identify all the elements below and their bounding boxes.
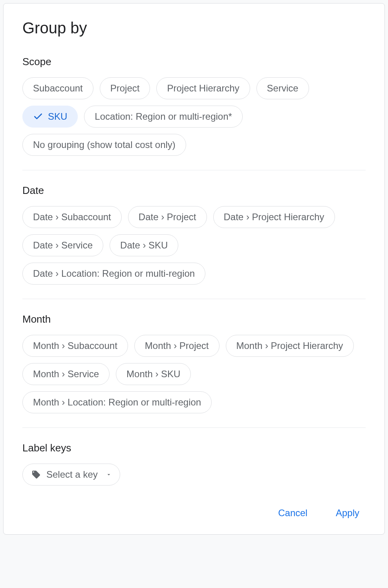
date-header: Date [22,184,366,197]
month-chip-container: Month › Subaccount Month › Project Month… [22,335,366,413]
dialog-title: Group by [22,19,366,37]
chip-sku[interactable]: SKU [22,106,78,128]
chip-label: Date › Project Hierarchy [224,212,324,223]
chip-date-sku[interactable]: Date › SKU [110,234,178,256]
chip-label: Month › Project Hierarchy [236,340,343,351]
chip-project[interactable]: Project [100,77,150,99]
scope-header: Scope [22,56,366,68]
chip-date-service[interactable]: Date › Service [22,234,103,256]
chip-service[interactable]: Service [256,77,309,99]
date-section: Date Date › Subaccount Date › Project Da… [22,184,366,285]
chip-month-sku[interactable]: Month › SKU [116,363,191,385]
chip-label: Month › SKU [126,369,180,380]
chip-label: Month › Service [33,369,99,380]
chip-date-location[interactable]: Date › Location: Region or multi-region [22,263,205,285]
divider [22,170,366,170]
chip-date-project-hierarchy[interactable]: Date › Project Hierarchy [213,206,335,228]
dialog-actions: Cancel Apply [22,504,366,522]
chip-month-project-hierarchy[interactable]: Month › Project Hierarchy [226,335,354,357]
chip-project-hierarchy[interactable]: Project Hierarchy [156,77,250,99]
date-chip-container: Date › Subaccount Date › Project Date › … [22,206,366,285]
chip-label: No grouping (show total cost only) [33,139,176,150]
chip-month-location[interactable]: Month › Location: Region or multi-region [22,391,212,413]
chip-location[interactable]: Location: Region or multi-region* [84,106,243,128]
chip-label: Date › Project [139,212,196,223]
chip-label: Date › Subaccount [33,212,111,223]
apply-button[interactable]: Apply [334,504,361,522]
chip-date-subaccount[interactable]: Date › Subaccount [22,206,122,228]
chip-no-grouping[interactable]: No grouping (show total cost only) [22,134,186,156]
cancel-button[interactable]: Cancel [276,504,309,522]
divider [22,299,366,299]
month-section: Month Month › Subaccount Month › Project… [22,313,366,413]
chip-label: SKU [48,111,67,122]
chip-subaccount[interactable]: Subaccount [22,77,93,99]
chip-label: Date › SKU [120,240,168,251]
divider [22,427,366,428]
chip-label: Month › Project [145,340,209,351]
select-key-dropdown[interactable]: Select a key [22,464,120,486]
tag-icon [31,470,41,479]
chip-label: Date › Service [33,240,93,251]
chip-label: Date › Location: Region or multi-region [33,268,195,279]
chip-month-service[interactable]: Month › Service [22,363,110,385]
select-key-label: Select a key [46,469,98,480]
chip-label: Month › Subaccount [33,340,117,351]
scope-chip-container: Subaccount Project Project Hierarchy Ser… [22,77,366,156]
month-header: Month [22,313,366,325]
chip-label: Service [267,83,298,94]
chip-month-subaccount[interactable]: Month › Subaccount [22,335,128,357]
check-icon [33,111,43,122]
chip-label: Project Hierarchy [167,83,239,94]
label-keys-section: Label keys Select a key [22,442,366,486]
chip-label: Project [110,83,140,94]
chip-month-project[interactable]: Month › Project [134,335,220,357]
chip-label: Month › Location: Region or multi-region [33,397,201,408]
scope-section: Scope Subaccount Project Project Hierarc… [22,56,366,156]
label-keys-header: Label keys [22,442,366,454]
chip-label: Location: Region or multi-region* [95,111,232,122]
group-by-dialog: Group by Scope Subaccount Project Projec… [3,3,385,535]
chip-date-project[interactable]: Date › Project [128,206,207,228]
chevron-down-icon [106,471,112,478]
chip-label: Subaccount [33,83,83,94]
